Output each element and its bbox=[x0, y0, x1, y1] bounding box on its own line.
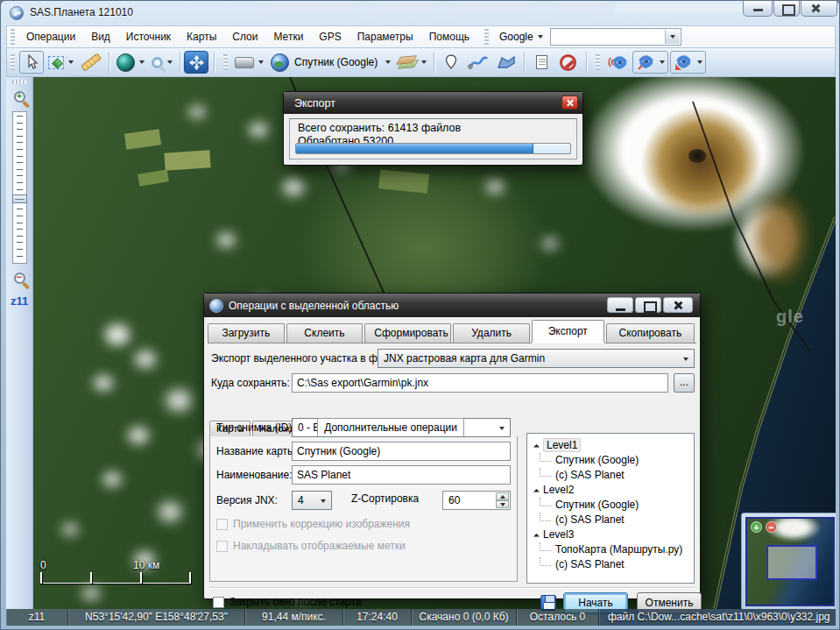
menu-help[interactable]: Помощь bbox=[421, 26, 477, 47]
tree-leaf[interactable]: (c) SAS Planet bbox=[529, 557, 692, 572]
hide-marks-button[interactable] bbox=[555, 51, 580, 74]
dialog-close-button[interactable] bbox=[663, 297, 693, 313]
chevron-down-icon bbox=[499, 427, 505, 430]
dialog-titlebar[interactable]: Операции с выделенной областью bbox=[204, 294, 700, 317]
pan-cursor-button[interactable] bbox=[19, 51, 44, 74]
scale-distance-label: 10 км bbox=[133, 559, 159, 571]
dialog-icon bbox=[209, 299, 223, 313]
levels-tree[interactable]: Level1 Спутник (Google) (c) SAS Planet L… bbox=[526, 433, 695, 584]
zoom-slider[interactable] bbox=[12, 111, 27, 264]
dialog-maximize-button[interactable] bbox=[635, 297, 661, 313]
tab-generate[interactable]: Сформировать bbox=[364, 323, 451, 343]
chevron-down-icon bbox=[538, 35, 543, 39]
menu-settings[interactable]: Параметры bbox=[349, 26, 421, 47]
tree-node-level1[interactable]: Level1 bbox=[529, 438, 692, 453]
chevron-down-icon bbox=[683, 357, 688, 361]
cache-mode-button[interactable] bbox=[232, 51, 266, 74]
subtab-extra-operations[interactable]: Дополнительные операции bbox=[317, 418, 464, 436]
tree-leaf[interactable]: (c) SAS Planet bbox=[529, 468, 692, 483]
tree-leaf[interactable]: (c) SAS Planet bbox=[529, 513, 692, 527]
close-button[interactable] bbox=[801, 1, 837, 17]
active-map-button[interactable]: Спутник (Google) bbox=[268, 51, 393, 74]
tree-expand-icon[interactable] bbox=[533, 444, 540, 450]
sidebar-grip[interactable] bbox=[12, 80, 26, 84]
spinner-up-button[interactable] bbox=[496, 492, 509, 500]
spinner-down-button[interactable] bbox=[496, 500, 509, 508]
tab-export[interactable]: Экспорт bbox=[532, 320, 604, 343]
jnx-version-combo[interactable]: 4 bbox=[292, 491, 332, 510]
progress-dialog-titlebar[interactable]: Экспорт bbox=[284, 92, 582, 114]
progress-fill bbox=[296, 144, 533, 153]
name-input[interactable]: SAS Planet bbox=[292, 465, 511, 485]
titlebar-glass-ghost bbox=[452, 4, 535, 13]
search-combo-input[interactable] bbox=[550, 28, 681, 46]
add-placemark-button[interactable] bbox=[439, 51, 463, 74]
menu-marks[interactable]: Метки bbox=[265, 26, 311, 47]
zoom-slider-thumb[interactable] bbox=[12, 195, 27, 203]
menu-gps[interactable]: GPS bbox=[311, 26, 349, 47]
add-path-button[interactable] bbox=[465, 51, 491, 74]
status-remaining: Осталось 0 bbox=[516, 609, 598, 626]
overlay-marks-checkbox[interactable] bbox=[216, 541, 228, 552]
tree-leaf[interactable]: Спутник (Google) bbox=[529, 453, 692, 468]
scale-zero-label: 0 bbox=[40, 559, 46, 571]
image-correction-checkbox[interactable] bbox=[216, 519, 228, 530]
toolbar-grip[interactable] bbox=[223, 54, 228, 70]
menu-source[interactable]: Источник bbox=[118, 26, 179, 47]
tab-delete[interactable]: Удалить bbox=[453, 323, 530, 343]
minimap[interactable]: + − bbox=[741, 513, 836, 609]
menu-view[interactable]: Вид bbox=[83, 26, 118, 47]
titlebar[interactable]: SAS.Планета 121010 bbox=[1, 1, 840, 25]
toolbar-grip[interactable] bbox=[484, 29, 489, 45]
fullscreen-button[interactable] bbox=[184, 51, 208, 74]
status-bar: z11 N53°15'42,90" E158°48'27,53" 91,44 м… bbox=[6, 609, 836, 626]
format-combo[interactable]: JNX растровая карта для Garmin bbox=[378, 349, 695, 368]
tree-node-level3[interactable]: Level3 bbox=[529, 527, 692, 542]
map-source-button[interactable] bbox=[114, 51, 147, 74]
status-resolution: 91,44 м/пикс. bbox=[244, 609, 342, 626]
gps-connect-button[interactable] bbox=[604, 51, 631, 74]
menu-maps[interactable]: Карты bbox=[179, 26, 224, 47]
add-polygon-button[interactable] bbox=[493, 51, 519, 74]
minimize-button[interactable] bbox=[743, 1, 773, 17]
map-name-input[interactable]: Спутник (Google) bbox=[292, 442, 511, 461]
toolbar-grip[interactable] bbox=[596, 54, 600, 70]
tab-stitch[interactable]: Склеить bbox=[286, 323, 364, 343]
toolbar-grip[interactable] bbox=[11, 29, 15, 45]
minimap-viewport-rect[interactable] bbox=[766, 545, 817, 580]
placemark-manager-button[interactable] bbox=[529, 51, 554, 74]
minimap-view[interactable]: + − bbox=[745, 517, 835, 606]
menu-operations[interactable]: Операции bbox=[18, 26, 83, 47]
zoom-out-button[interactable]: − bbox=[14, 273, 25, 284]
search-combo-dropdown-button[interactable] bbox=[665, 30, 680, 44]
tree-expand-icon[interactable] bbox=[533, 534, 540, 540]
search-tool-button[interactable] bbox=[149, 51, 175, 74]
z-order-spinner[interactable]: 60 bbox=[442, 491, 511, 510]
minimap-zoom-in-button[interactable]: + bbox=[751, 521, 762, 533]
progress-close-button[interactable] bbox=[561, 96, 578, 110]
tab-copy[interactable]: Скопировать bbox=[606, 323, 695, 343]
progress-total-label: Всего сохранить: 61413 файлов bbox=[298, 122, 461, 134]
maximize-button[interactable] bbox=[773, 1, 800, 17]
tree-leaf[interactable]: ТопоКарта (Маршруты.ру) bbox=[529, 542, 692, 557]
dialog-minimize-button[interactable] bbox=[607, 297, 633, 313]
minimap-zoom-out-button[interactable]: − bbox=[766, 521, 777, 533]
zoom-in-button[interactable]: + bbox=[14, 91, 25, 103]
ruler-tool-button[interactable] bbox=[78, 51, 104, 74]
layers-button[interactable] bbox=[395, 51, 429, 74]
gps-track-button[interactable] bbox=[632, 51, 668, 74]
gps-position-button[interactable] bbox=[670, 51, 706, 74]
close-after-start-checkbox[interactable] bbox=[213, 597, 224, 608]
gps-track-icon bbox=[636, 53, 655, 72]
tree-leaf[interactable]: Спутник (Google) bbox=[529, 498, 692, 513]
browse-button[interactable]: ... bbox=[674, 373, 695, 393]
google-search-menu[interactable]: Google bbox=[492, 26, 550, 47]
save-path-input[interactable]: C:\Sas export\Garmin\pk.jnx bbox=[292, 373, 668, 393]
tree-expand-icon[interactable] bbox=[533, 489, 540, 495]
menu-layers[interactable]: Слои bbox=[224, 26, 265, 47]
tab-download[interactable]: Загрузить bbox=[208, 323, 285, 343]
selection-tool-button[interactable] bbox=[46, 51, 76, 74]
image-correction-checkbox-row: Применить коррекцию изображения bbox=[216, 518, 410, 530]
tree-node-level2[interactable]: Level2 bbox=[529, 483, 692, 498]
toolbar-grip[interactable] bbox=[11, 54, 15, 70]
